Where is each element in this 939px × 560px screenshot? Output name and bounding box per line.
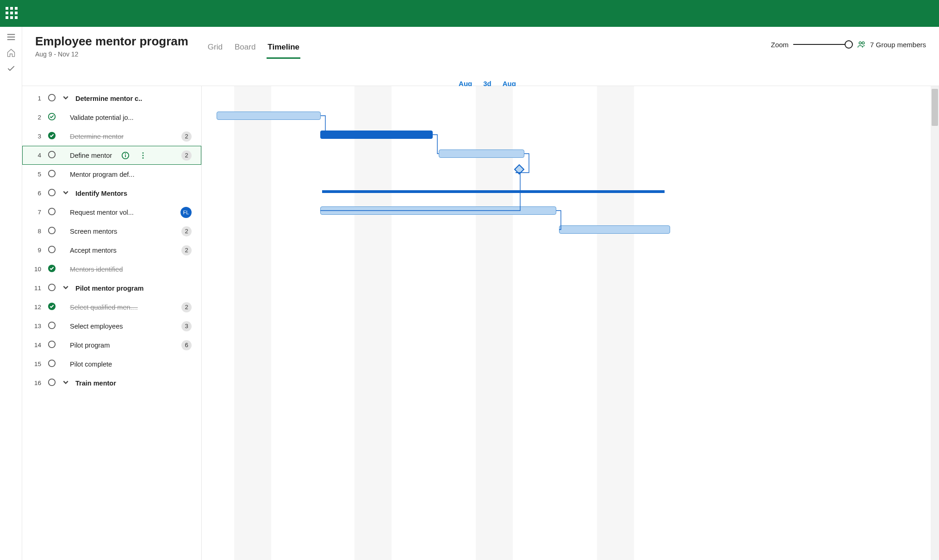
home-icon[interactable] (6, 47, 17, 58)
count-badge: 2 (181, 245, 192, 255)
task-bar[interactable] (439, 149, 524, 158)
row-number: 6 (31, 190, 41, 197)
status-icon[interactable] (48, 245, 56, 255)
weekend-band (234, 86, 271, 560)
status-icon[interactable] (48, 283, 56, 293)
dependency-link (318, 171, 519, 214)
count-badge: 6 (181, 340, 192, 350)
task-row[interactable]: 16Train mentor (22, 373, 201, 392)
task-row[interactable]: 10Mentors identified (22, 260, 201, 279)
info-icon[interactable] (121, 151, 130, 160)
expand-chevron-icon[interactable] (62, 189, 69, 197)
task-row[interactable]: 7Request mentor vol...FL (22, 203, 201, 222)
left-rail (0, 27, 22, 560)
status-icon[interactable] (48, 188, 56, 198)
svg-point-20 (49, 360, 55, 367)
tab-board[interactable]: Board (234, 40, 256, 59)
task-name: Identify Mentors (75, 190, 127, 197)
dependency-link (554, 209, 563, 233)
expand-chevron-icon[interactable] (62, 284, 69, 292)
task-row[interactable]: 2Validate potential jo... (22, 108, 201, 127)
task-name: Pilot program (62, 342, 110, 349)
task-row[interactable]: 5Mentor program def... (22, 165, 201, 184)
status-icon[interactable] (48, 378, 56, 388)
row-number: 1 (31, 95, 41, 102)
task-row[interactable]: 9Accept mentors2 (22, 241, 201, 260)
row-number: 15 (31, 361, 41, 367)
zoom-label: Zoom (771, 41, 789, 49)
row-number: 7 (31, 209, 41, 216)
status-icon[interactable] (48, 264, 56, 274)
task-row[interactable]: 4Define mentor2 (22, 146, 201, 165)
status-icon[interactable] (48, 207, 56, 217)
status-icon[interactable] (48, 93, 56, 103)
app-launcher-icon[interactable] (6, 7, 19, 20)
members-button[interactable]: 7 Group members (857, 40, 926, 49)
gantt-chart[interactable] (202, 86, 939, 560)
tab-timeline[interactable]: Timeline (267, 40, 300, 59)
task-name: Define mentor (62, 152, 112, 159)
status-icon[interactable] (48, 150, 56, 160)
more-icon[interactable] (139, 151, 147, 160)
task-name: Train mentor (75, 380, 116, 387)
task-row[interactable]: 6Identify Mentors (22, 184, 201, 203)
count-badge: 2 (181, 302, 192, 312)
row-number: 11 (31, 285, 41, 292)
task-name: Pilot complete (62, 361, 112, 368)
expand-chevron-icon[interactable] (62, 379, 69, 387)
dependency-link (318, 114, 324, 138)
task-name: Accept mentors (62, 247, 117, 254)
task-name: Select qualified men.... (62, 304, 138, 311)
task-row[interactable]: 15Pilot complete (22, 355, 201, 373)
row-number: 12 (31, 304, 41, 311)
scrollbar[interactable] (931, 86, 939, 560)
count-badge: 3 (181, 321, 192, 331)
count-badge: 2 (181, 226, 192, 236)
svg-point-10 (49, 170, 55, 177)
hamburger-icon[interactable] (6, 31, 17, 43)
task-name: Determine mentor (62, 133, 124, 140)
members-count: 7 Group members (870, 41, 926, 49)
task-row[interactable]: 8Screen mentors2 (22, 222, 201, 241)
task-bar[interactable] (217, 112, 321, 120)
row-number: 16 (31, 380, 41, 386)
svg-point-13 (49, 227, 55, 234)
expand-chevron-icon[interactable] (62, 94, 69, 102)
task-row[interactable]: 14Pilot program6 (22, 336, 201, 355)
row-number: 3 (31, 133, 41, 140)
task-row[interactable]: 3Determine mentor2 (22, 127, 201, 146)
task-row[interactable]: 13Select employees3 (22, 317, 201, 336)
svg-point-9 (143, 157, 144, 158)
task-name: Screen mentors (62, 228, 117, 235)
zoom-slider[interactable]: Zoom (771, 41, 849, 49)
task-row[interactable]: 1Determine mentor c.. (22, 89, 201, 108)
row-number: 2 (31, 114, 41, 121)
status-icon[interactable] (48, 321, 56, 331)
svg-point-12 (49, 208, 55, 215)
task-row[interactable]: 12Select qualified men....2 (22, 298, 201, 317)
status-icon[interactable] (48, 226, 56, 236)
status-icon[interactable] (48, 302, 56, 312)
task-name: Determine mentor c.. (75, 95, 142, 102)
assignee-badge[interactable]: FL (180, 207, 192, 218)
tab-grid[interactable]: Grid (207, 40, 224, 59)
dependency-link (431, 133, 442, 157)
svg-point-14 (49, 246, 55, 253)
task-bar[interactable] (320, 131, 433, 139)
status-icon[interactable] (48, 169, 56, 179)
task-row[interactable]: 11Pilot mentor program (22, 279, 201, 298)
row-number: 14 (31, 342, 41, 348)
svg-point-21 (49, 379, 55, 386)
task-name: Validate potential jo... (62, 114, 134, 121)
task-bar[interactable] (559, 225, 670, 234)
status-icon[interactable] (48, 112, 56, 122)
project-title: Employee mentor program (35, 34, 188, 49)
status-icon[interactable] (48, 131, 56, 141)
row-number: 5 (31, 171, 41, 178)
row-number: 13 (31, 323, 41, 330)
status-icon[interactable] (48, 340, 56, 350)
row-number: 10 (31, 266, 41, 273)
check-icon[interactable] (6, 63, 17, 74)
weekend-band (354, 86, 392, 560)
status-icon[interactable] (48, 359, 56, 369)
